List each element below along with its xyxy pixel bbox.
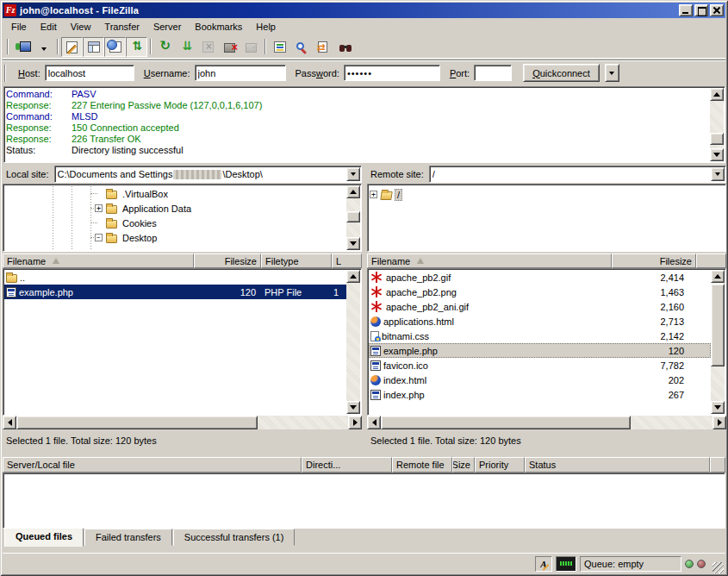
site-manager-button[interactable] xyxy=(11,37,33,57)
password-input[interactable] xyxy=(344,65,440,81)
toggle-remote-tree-button[interactable] xyxy=(104,37,126,57)
column-header-size[interactable]: Size xyxy=(452,457,475,473)
tree-item[interactable]: - Desktop xyxy=(3,230,345,245)
scroll-thumb[interactable] xyxy=(710,133,724,145)
scroll-down-button[interactable] xyxy=(711,401,725,414)
close-button[interactable] xyxy=(710,4,724,16)
scroll-up-button[interactable] xyxy=(346,185,360,198)
host-input[interactable] xyxy=(45,65,134,81)
tree-expander[interactable]: + xyxy=(370,191,377,198)
disconnect-button[interactable] xyxy=(219,37,240,57)
scroll-left-button[interactable] xyxy=(367,416,381,429)
column-header-priority[interactable]: Priority xyxy=(475,457,525,473)
apache_pb2.png[interactable]: apache_pb2.png 1,463 xyxy=(369,285,711,299)
quickconnect-dropdown[interactable] xyxy=(605,64,619,82)
column-header-filename[interactable]: Filename xyxy=(3,254,194,268)
scroll-down-button[interactable] xyxy=(346,237,360,250)
index.php[interactable]: index.php 267 xyxy=(369,387,711,402)
column-header-last-modified[interactable]: L xyxy=(332,254,362,268)
directory-comparison-button[interactable] xyxy=(290,37,312,57)
apache_pb2_ani.gif[interactable]: apache_pb2_ani.gif 2,160 xyxy=(369,299,711,314)
synchronized-browsing-button[interactable] xyxy=(312,37,333,57)
log-scrollbar[interactable] xyxy=(710,88,724,161)
example.php[interactable]: example.php 120 PHP File 1 xyxy=(4,285,346,299)
column-header-filetype[interactable]: Filetype xyxy=(261,254,332,268)
column-header-server-local-file[interactable]: Server/Local file xyxy=(3,457,302,473)
local-tree-scrollbar[interactable] xyxy=(346,185,360,250)
scroll-right-button[interactable] xyxy=(348,416,362,429)
column-header-filesize[interactable]: Filesize xyxy=(612,254,696,268)
title-bar[interactable]: Fz john@localhost - FileZilla xyxy=(3,3,725,18)
scroll-thumb[interactable] xyxy=(16,416,258,429)
resize-grip[interactable] xyxy=(712,562,724,573)
scroll-thumb[interactable] xyxy=(711,284,725,366)
tree-expander[interactable]: + xyxy=(95,204,103,212)
local-list-scrollbar[interactable] xyxy=(346,270,360,414)
local-site-row: Local site: C:\Documents and Settings\De… xyxy=(3,165,362,184)
remote-site-combo[interactable]: / xyxy=(429,166,726,183)
quickconnect-button[interactable]: Quickconnect xyxy=(523,64,600,82)
index.html[interactable]: index.html 202 xyxy=(369,373,711,387)
toggle-local-tree-button[interactable] xyxy=(83,37,104,57)
scroll-up-button[interactable] xyxy=(710,88,724,101)
refresh-button[interactable] xyxy=(154,37,176,57)
reconnect-button[interactable] xyxy=(240,37,262,57)
queue-tab[interactable]: Successful transfers (1) xyxy=(173,529,296,546)
scroll-thumb[interactable] xyxy=(346,211,360,222)
local-site-combo[interactable]: C:\Documents and Settings\Desktop\ xyxy=(54,166,362,183)
column-header-filename[interactable]: Filename xyxy=(367,254,612,268)
tree-item[interactable]: .VirtualBox xyxy=(3,186,345,201)
apache_pb2.gif[interactable]: apache_pb2.gif 2,414 xyxy=(369,270,711,285)
scroll-left-button[interactable] xyxy=(3,416,16,429)
arrow-up-icon xyxy=(713,92,720,97)
remote-list-scrollbar[interactable] xyxy=(711,270,725,414)
tree-item[interactable]: + / xyxy=(370,187,724,202)
scroll-thumb[interactable] xyxy=(381,416,631,429)
tree-expander[interactable]: - xyxy=(95,234,103,241)
tree-item[interactable]: + Application Data xyxy=(3,201,345,216)
cancel-operation-button[interactable] xyxy=(197,37,219,57)
local-horizontal-scrollbar[interactable] xyxy=(3,416,362,429)
local-site-dropdown[interactable] xyxy=(346,167,360,181)
tree-item[interactable]: Cookies xyxy=(3,216,345,230)
toggle-queue-button[interactable] xyxy=(126,37,147,57)
menu-item[interactable]: Bookmarks xyxy=(188,19,249,34)
scroll-right-button[interactable] xyxy=(712,416,726,429)
scroll-up-button[interactable] xyxy=(346,270,360,283)
column-header-remote-file[interactable]: Remote file xyxy=(392,457,452,473)
menu-item[interactable]: Edit xyxy=(34,19,64,34)
minimize-button[interactable] xyxy=(679,4,693,16)
queue-tab[interactable]: Queued files xyxy=(4,528,84,547)
menu-item[interactable]: Server xyxy=(146,19,188,34)
menu-item[interactable]: Help xyxy=(249,19,283,34)
column-header-status[interactable]: Status xyxy=(525,457,710,473)
username-input[interactable] xyxy=(195,65,286,81)
filter-button[interactable] xyxy=(269,37,290,57)
pane-splitter[interactable] xyxy=(362,165,367,452)
find-files-button[interactable] xyxy=(333,37,355,57)
menu-item[interactable]: File xyxy=(4,19,34,34)
..[interactable]: .. xyxy=(4,270,346,285)
menu-item[interactable]: View xyxy=(64,19,98,34)
queue-status: Queue: empty xyxy=(580,556,681,572)
applications.html[interactable]: applications.html 2,713 xyxy=(369,314,711,329)
queue-list xyxy=(3,473,725,529)
port-input[interactable] xyxy=(474,65,512,81)
scroll-up-button[interactable] xyxy=(711,270,725,283)
maximize-button[interactable] xyxy=(694,4,708,16)
scroll-down-button[interactable] xyxy=(710,148,724,161)
column-header-filesize[interactable]: Filesize xyxy=(194,254,261,268)
folder-icon xyxy=(106,220,117,229)
site-manager-dropdown[interactable] xyxy=(33,37,54,57)
queue-tab[interactable]: Failed transfers xyxy=(84,529,172,546)
favicon.ico[interactable]: favicon.ico 7,782 xyxy=(369,358,711,373)
toggle-message-log-button[interactable] xyxy=(61,37,83,57)
remote-horizontal-scrollbar[interactable] xyxy=(367,416,726,429)
scroll-down-button[interactable] xyxy=(346,401,360,414)
example.php[interactable]: example.php 120 xyxy=(369,343,711,358)
menu-item[interactable]: Transfer xyxy=(97,19,146,34)
column-header-direction[interactable]: Directi... xyxy=(302,457,392,473)
process-queue-button[interactable] xyxy=(176,37,197,57)
bitnami.css[interactable]: bitnami.css 2,142 xyxy=(369,329,711,343)
remote-site-dropdown[interactable] xyxy=(711,167,725,181)
